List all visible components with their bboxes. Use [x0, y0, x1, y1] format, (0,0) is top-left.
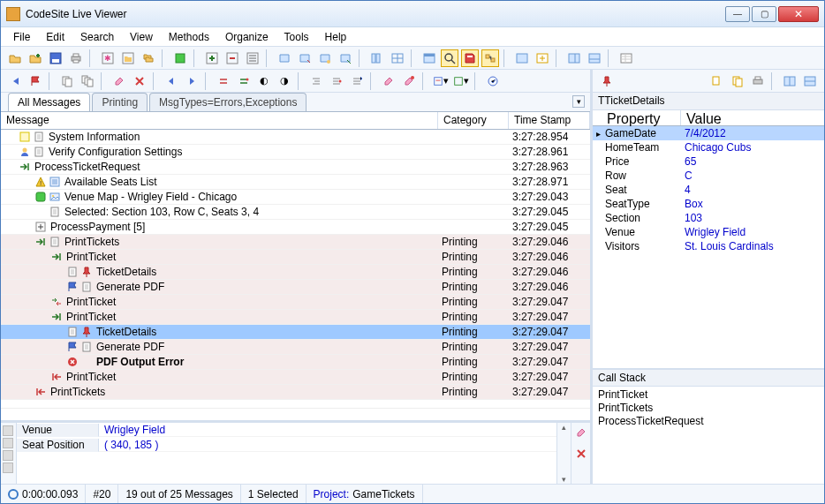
message-row[interactable]: Venue Map - Wrigley Field - Chicago3:27:…: [1, 190, 590, 205]
goto-icon[interactable]: [484, 72, 502, 90]
menu-file[interactable]: File: [6, 29, 37, 45]
layout2-right-icon[interactable]: [801, 72, 819, 90]
delete-small-icon[interactable]: [575, 448, 587, 463]
tool-panel2-icon[interactable]: [513, 49, 531, 67]
property-row[interactable]: Section103: [593, 211, 824, 225]
detail-scroll[interactable]: ▴▾: [556, 423, 571, 484]
delete-icon[interactable]: [131, 72, 148, 90]
detail-btn3[interactable]: [3, 450, 13, 461]
tab-all-messages[interactable]: All Messages: [8, 93, 90, 111]
tool-a-icon[interactable]: ◐: [255, 72, 273, 90]
menu-edit[interactable]: Edit: [39, 29, 72, 45]
col-message[interactable]: Message: [1, 112, 438, 129]
prop-header-property[interactable]: Property: [593, 110, 681, 125]
tool-props-icon[interactable]: [617, 49, 635, 67]
detail-btn1[interactable]: [3, 425, 13, 436]
tool-grid-icon[interactable]: [389, 49, 406, 67]
tool-nav3-icon[interactable]: [316, 49, 334, 67]
tool-green-icon[interactable]: [171, 49, 189, 67]
tool-list-icon[interactable]: [244, 49, 261, 67]
property-row[interactable]: VisitorsSt. Louis Cardinals: [593, 239, 824, 253]
tool-remove-icon[interactable]: [223, 49, 241, 67]
layout-right-icon[interactable]: [781, 72, 799, 90]
prop-header-value[interactable]: Value: [681, 110, 727, 125]
next-icon[interactable]: [183, 72, 201, 90]
erase-icon[interactable]: [110, 72, 128, 90]
menu-tools[interactable]: Tools: [277, 29, 316, 45]
property-row[interactable]: ▸GameDate7/4/2012: [593, 126, 824, 140]
tool-b-icon[interactable]: ◑: [276, 72, 293, 90]
message-row[interactable]: PrintTicketPrinting3:27:29.047: [1, 310, 590, 325]
message-row[interactable]: Generate PDFPrinting3:27:29.046: [1, 280, 590, 295]
tool-layout1-icon[interactable]: [565, 49, 583, 67]
prev-icon[interactable]: [163, 72, 180, 90]
tool-nav1-icon[interactable]: [276, 49, 293, 67]
menu-organize[interactable]: Organize: [218, 29, 276, 45]
message-row[interactable]: ProcessTicketRequest3:27:28.963: [1, 160, 590, 175]
message-row[interactable]: Selected: Section 103, Row C, Seats 3, 4…: [1, 205, 590, 220]
erase-small-icon[interactable]: [575, 426, 587, 442]
callstack-item[interactable]: ProcessTicketRequest: [598, 415, 819, 428]
menu-search[interactable]: Search: [73, 29, 121, 45]
detail-btn4[interactable]: [3, 463, 13, 473]
copy-right-icon[interactable]: [708, 72, 726, 90]
indent3-icon[interactable]: [348, 72, 366, 90]
menu-help[interactable]: Help: [318, 29, 354, 45]
copy-all-icon[interactable]: [79, 72, 96, 90]
copy2-right-icon[interactable]: [729, 72, 746, 90]
tool-nav2-icon[interactable]: [296, 49, 314, 67]
collapse-icon[interactable]: [215, 72, 232, 90]
message-row[interactable]: PrintTicketPrinting3:27:29.047: [1, 370, 590, 385]
tabs-dropdown[interactable]: ▾: [572, 95, 585, 108]
print-icon[interactable]: [67, 49, 85, 67]
save-icon[interactable]: [47, 49, 64, 67]
tab-printing[interactable]: Printing: [92, 93, 148, 111]
tool-folders-icon[interactable]: [140, 49, 157, 67]
message-row[interactable]: PrintTicketsPrinting3:27:29.047: [1, 385, 590, 400]
tool-cols-icon[interactable]: [368, 49, 386, 67]
message-row[interactable]: !Available Seats List3:27:28.971: [1, 175, 590, 190]
open-icon[interactable]: [6, 49, 24, 67]
tool-panel-icon[interactable]: [420, 49, 438, 67]
menu-view[interactable]: View: [123, 29, 160, 45]
tool-nav4-icon[interactable]: [337, 49, 354, 67]
nav-first-icon[interactable]: [6, 72, 24, 90]
property-row[interactable]: VenueWrigley Field: [593, 225, 824, 239]
message-row[interactable]: PrintTicketPrinting3:27:29.047: [1, 295, 590, 310]
tool-book-icon[interactable]: [461, 49, 479, 67]
erase2-icon[interactable]: [380, 72, 397, 90]
property-row[interactable]: RowC: [593, 169, 824, 183]
filter-icon[interactable]: ▾: [432, 72, 450, 90]
message-row[interactable]: ProcessPayment [5]3:27:29.045: [1, 220, 590, 235]
message-row[interactable]: PrintTicketPrinting3:27:29.046: [1, 250, 590, 265]
message-row[interactable]: Generate PDFPrinting3:27:29.047: [1, 340, 590, 355]
message-list[interactable]: System Information3:27:28.954Verify Conf…: [1, 130, 590, 408]
callstack-item[interactable]: PrintTicket: [598, 388, 819, 402]
message-row[interactable]: TicketDetailsPrinting3:27:29.047: [1, 325, 590, 340]
filter2-icon[interactable]: ▾: [452, 72, 470, 90]
message-row[interactable]: PrintTicketsPrinting3:27:29.046: [1, 235, 590, 250]
tool-link-icon[interactable]: [481, 49, 499, 67]
property-row[interactable]: SeatTypeBox: [593, 197, 824, 211]
pin-icon[interactable]: [598, 72, 616, 90]
print-right-icon[interactable]: [749, 72, 767, 90]
copy-icon[interactable]: [58, 72, 76, 90]
minimize-button[interactable]: —: [725, 6, 750, 22]
col-timestamp[interactable]: Time Stamp: [509, 112, 590, 129]
detail-btn2[interactable]: [3, 438, 13, 448]
close-button[interactable]: ✕: [778, 6, 819, 22]
property-row[interactable]: HomeTeamChicago Cubs: [593, 140, 824, 154]
expand-icon[interactable]: [235, 72, 253, 90]
indent1-icon[interactable]: [307, 72, 325, 90]
property-grid[interactable]: ▸GameDate7/4/2012HomeTeamChicago CubsPri…: [593, 126, 824, 253]
tool-add-icon[interactable]: [203, 49, 221, 67]
tool-layout2-icon[interactable]: [586, 49, 603, 67]
maximize-button[interactable]: ▢: [752, 6, 776, 22]
open-add-icon[interactable]: [26, 49, 44, 67]
property-row[interactable]: Price65: [593, 154, 824, 169]
search-icon[interactable]: [441, 49, 458, 67]
tool-panel3-icon[interactable]: [534, 49, 551, 67]
flag-icon[interactable]: [26, 72, 44, 90]
message-row[interactable]: PDF Output ErrorPrinting3:27:29.047: [1, 355, 590, 370]
message-row[interactable]: TicketDetailsPrinting3:27:29.046: [1, 265, 590, 280]
